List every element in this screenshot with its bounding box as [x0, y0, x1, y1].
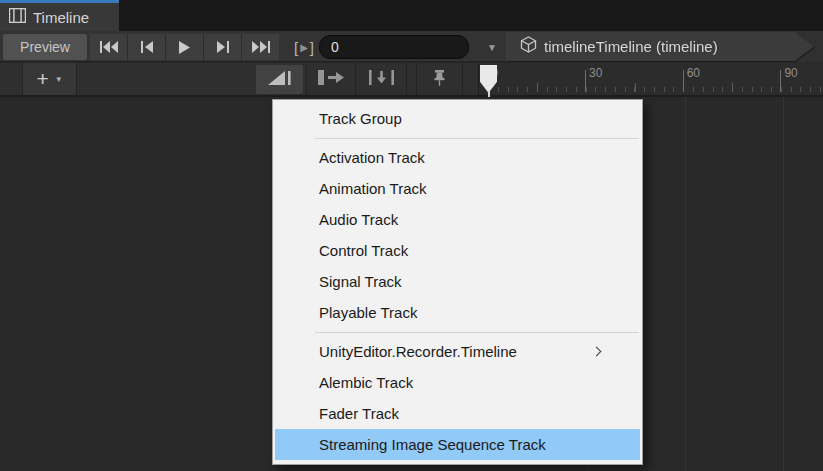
track-toolbar: + ▼	[0, 62, 823, 97]
plus-icon: +	[36, 68, 48, 89]
breadcrumb[interactable]: timelineTimeline (timeline)	[506, 32, 814, 61]
menu-item-activation-track[interactable]: Activation Track	[273, 142, 642, 173]
preview-button[interactable]: Preview	[3, 34, 87, 60]
skip-to-end-icon	[252, 41, 270, 53]
tab-title: Timeline	[33, 9, 89, 26]
timeline-window: Timeline Preview	[0, 0, 823, 471]
skip-to-start-icon	[100, 41, 118, 53]
menu-item-control-track[interactable]: Control Track	[273, 235, 642, 266]
frame-number-input[interactable]	[319, 35, 469, 59]
menu-separator	[315, 138, 639, 139]
breadcrumb-zone: timelineTimeline (timeline)	[506, 31, 823, 62]
step-forward-icon	[217, 41, 229, 53]
divider	[406, 63, 407, 95]
cube-icon	[520, 36, 537, 57]
menu-item-track-group[interactable]: Track Group	[273, 103, 642, 134]
step-back-icon	[141, 41, 153, 53]
goto-beginning-button[interactable]	[90, 34, 127, 60]
submenu-arrow-icon	[592, 347, 602, 357]
main-toolbar: Preview	[0, 31, 823, 62]
menu-item-streaming-image-sequence-track[interactable]: Streaming Image Sequence Track	[275, 429, 640, 460]
gridline	[783, 97, 784, 471]
caret-down-icon: ▼	[487, 42, 497, 53]
pin-icon	[432, 69, 447, 91]
menu-item-fader-track[interactable]: Fader Track	[273, 398, 642, 429]
film-icon	[9, 8, 26, 27]
divider	[462, 63, 463, 95]
tab-timeline[interactable]: Timeline	[0, 0, 119, 31]
transport-controls	[90, 34, 279, 60]
tab-bar: Timeline	[0, 0, 823, 31]
menu-item-animation-track[interactable]: Animation Track	[273, 173, 642, 204]
bracket-right: ]	[310, 39, 314, 56]
next-frame-button[interactable]	[204, 34, 241, 60]
ripple-mode-button[interactable]	[307, 65, 355, 94]
previous-frame-button[interactable]	[128, 34, 165, 60]
menu-separator	[315, 332, 639, 333]
replace-mode-icon	[369, 70, 394, 89]
goto-end-button[interactable]	[242, 34, 279, 60]
play-range-button[interactable]: [ ▶ ]	[287, 34, 321, 60]
play-button[interactable]	[166, 34, 203, 60]
play-icon	[179, 41, 190, 54]
replace-mode-button[interactable]	[356, 65, 406, 94]
menu-item-label: UnityEditor.Recorder.Timeline	[319, 343, 517, 360]
add-track-button[interactable]: + ▼	[23, 63, 76, 95]
preview-label: Preview	[20, 39, 70, 55]
mix-mode-button[interactable]	[256, 65, 303, 94]
time-ruler[interactable]: 0 30 60 90	[479, 63, 823, 95]
add-track-context-menu: Track Group Activation Track Animation T…	[272, 99, 643, 465]
breadcrumb-label: timelineTimeline (timeline)	[544, 38, 718, 55]
frame-dropdown-button[interactable]: ▼	[478, 34, 506, 60]
menu-item-unityeditor-recorder-timeline[interactable]: UnityEditor.Recorder.Timeline	[273, 336, 642, 367]
mix-mode-icon	[267, 70, 292, 89]
menu-item-playable-track[interactable]: Playable Track	[273, 297, 642, 328]
divider	[76, 63, 77, 95]
menu-item-audio-track[interactable]: Audio Track	[273, 204, 642, 235]
menu-item-alembic-track[interactable]: Alembic Track	[273, 367, 642, 398]
caret-down-icon: ▼	[55, 75, 63, 84]
bracket-left: [	[294, 39, 298, 56]
menu-item-signal-track[interactable]: Signal Track	[273, 266, 642, 297]
marker-visibility-button[interactable]	[417, 65, 462, 94]
play-range-icon: ▶	[300, 42, 308, 53]
ripple-mode-icon	[318, 70, 344, 89]
gridline	[685, 97, 686, 471]
